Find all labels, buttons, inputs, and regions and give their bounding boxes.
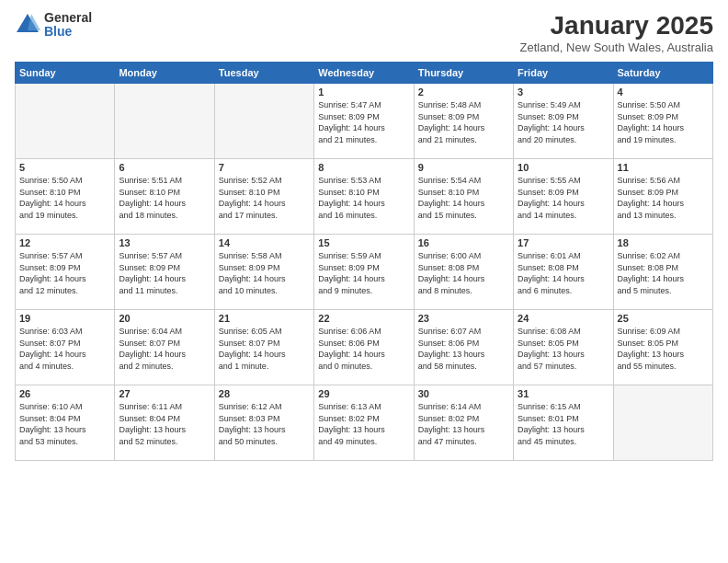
day-number: 8	[318, 162, 409, 173]
svg-marker-1	[28, 14, 40, 30]
calendar-cell: 29Sunrise: 6:13 AM Sunset: 8:02 PM Dayli…	[314, 385, 414, 461]
calendar-cell: 31Sunrise: 6:15 AM Sunset: 8:01 PM Dayli…	[514, 385, 613, 461]
calendar-cell	[115, 84, 214, 159]
day-info: Sunrise: 6:06 AM Sunset: 8:06 PM Dayligh…	[318, 326, 409, 372]
day-number: 27	[119, 388, 210, 399]
day-number: 11	[618, 162, 709, 173]
calendar-cell: 30Sunrise: 6:14 AM Sunset: 8:02 PM Dayli…	[414, 385, 513, 461]
day-number: 20	[119, 313, 210, 324]
calendar-cell: 19Sunrise: 6:03 AM Sunset: 8:07 PM Dayli…	[16, 310, 115, 385]
calendar-cell: 23Sunrise: 6:07 AM Sunset: 8:06 PM Dayli…	[414, 310, 513, 385]
day-number: 21	[219, 313, 310, 324]
calendar-cell: 17Sunrise: 6:01 AM Sunset: 8:08 PM Dayli…	[514, 235, 613, 310]
day-number: 24	[518, 313, 609, 324]
day-number: 18	[618, 237, 709, 248]
week-row-2: 12Sunrise: 5:57 AM Sunset: 8:09 PM Dayli…	[16, 235, 713, 310]
day-info: Sunrise: 5:54 AM Sunset: 8:10 PM Dayligh…	[418, 175, 509, 221]
calendar-subtitle: Zetland, New South Wales, Australia	[519, 40, 713, 54]
calendar-cell: 2Sunrise: 5:48 AM Sunset: 8:09 PM Daylig…	[414, 84, 513, 159]
day-info: Sunrise: 6:14 AM Sunset: 8:02 PM Dayligh…	[418, 401, 509, 447]
day-number: 16	[418, 237, 509, 248]
calendar-page: General Blue January 2025 Zetland, New S…	[0, 0, 728, 563]
calendar-cell: 9Sunrise: 5:54 AM Sunset: 8:10 PM Daylig…	[414, 159, 513, 235]
day-number: 10	[518, 162, 609, 173]
calendar-cell: 6Sunrise: 5:51 AM Sunset: 8:10 PM Daylig…	[115, 159, 214, 235]
day-number: 17	[518, 237, 609, 248]
calendar-title: January 2025	[519, 11, 713, 40]
day-info: Sunrise: 6:03 AM Sunset: 8:07 PM Dayligh…	[19, 326, 110, 372]
weekday-header-tuesday: Tuesday	[214, 63, 313, 84]
calendar-cell: 5Sunrise: 5:50 AM Sunset: 8:10 PM Daylig…	[16, 159, 115, 235]
day-info: Sunrise: 6:15 AM Sunset: 8:01 PM Dayligh…	[518, 401, 609, 447]
day-info: Sunrise: 6:00 AM Sunset: 8:08 PM Dayligh…	[418, 250, 509, 296]
day-info: Sunrise: 6:07 AM Sunset: 8:06 PM Dayligh…	[418, 326, 509, 372]
day-info: Sunrise: 5:56 AM Sunset: 8:09 PM Dayligh…	[618, 175, 709, 221]
calendar-cell: 15Sunrise: 5:59 AM Sunset: 8:09 PM Dayli…	[314, 235, 414, 310]
logo: General Blue	[15, 11, 92, 40]
day-info: Sunrise: 6:12 AM Sunset: 8:03 PM Dayligh…	[219, 401, 310, 447]
logo-blue-text: Blue	[44, 25, 92, 39]
day-info: Sunrise: 5:48 AM Sunset: 8:09 PM Dayligh…	[418, 99, 509, 145]
header: General Blue January 2025 Zetland, New S…	[15, 11, 713, 54]
day-number: 5	[19, 162, 110, 173]
calendar-cell: 1Sunrise: 5:47 AM Sunset: 8:09 PM Daylig…	[314, 84, 414, 159]
calendar-cell: 28Sunrise: 6:12 AM Sunset: 8:03 PM Dayli…	[214, 385, 313, 461]
day-number: 1	[318, 86, 409, 98]
weekday-header-row: SundayMondayTuesdayWednesdayThursdayFrid…	[16, 63, 713, 84]
calendar-cell	[214, 84, 313, 159]
calendar-cell	[16, 84, 115, 159]
logo-general-text: General	[44, 11, 92, 25]
day-number: 26	[19, 388, 110, 399]
calendar-cell: 20Sunrise: 6:04 AM Sunset: 8:07 PM Dayli…	[115, 310, 214, 385]
logo-icon	[15, 12, 40, 38]
day-info: Sunrise: 5:59 AM Sunset: 8:09 PM Dayligh…	[318, 250, 409, 296]
day-number: 19	[19, 313, 110, 324]
weekday-header-thursday: Thursday	[414, 63, 513, 84]
day-number: 29	[318, 388, 409, 399]
day-number: 30	[418, 388, 509, 399]
day-number: 4	[618, 86, 709, 98]
day-number: 31	[518, 388, 609, 399]
day-info: Sunrise: 6:10 AM Sunset: 8:04 PM Dayligh…	[19, 401, 110, 447]
calendar-cell: 22Sunrise: 6:06 AM Sunset: 8:06 PM Dayli…	[314, 310, 414, 385]
day-number: 12	[19, 237, 110, 248]
day-info: Sunrise: 5:51 AM Sunset: 8:10 PM Dayligh…	[119, 175, 210, 221]
calendar-cell: 14Sunrise: 5:58 AM Sunset: 8:09 PM Dayli…	[214, 235, 313, 310]
day-number: 13	[119, 237, 210, 248]
calendar-cell: 3Sunrise: 5:49 AM Sunset: 8:09 PM Daylig…	[514, 84, 613, 159]
day-number: 15	[318, 237, 409, 248]
day-info: Sunrise: 6:08 AM Sunset: 8:05 PM Dayligh…	[518, 326, 609, 372]
weekday-header-wednesday: Wednesday	[314, 63, 414, 84]
day-number: 6	[119, 162, 210, 173]
week-row-4: 26Sunrise: 6:10 AM Sunset: 8:04 PM Dayli…	[16, 385, 713, 461]
calendar-cell: 7Sunrise: 5:52 AM Sunset: 8:10 PM Daylig…	[214, 159, 313, 235]
day-number: 2	[418, 86, 509, 98]
day-info: Sunrise: 5:55 AM Sunset: 8:09 PM Dayligh…	[518, 175, 609, 221]
day-info: Sunrise: 6:01 AM Sunset: 8:08 PM Dayligh…	[518, 250, 609, 296]
day-number: 9	[418, 162, 509, 173]
day-info: Sunrise: 5:58 AM Sunset: 8:09 PM Dayligh…	[219, 250, 310, 296]
day-number: 3	[518, 86, 609, 98]
calendar-cell: 24Sunrise: 6:08 AM Sunset: 8:05 PM Dayli…	[514, 310, 613, 385]
calendar-cell: 21Sunrise: 6:05 AM Sunset: 8:07 PM Dayli…	[214, 310, 313, 385]
day-number: 14	[219, 237, 310, 248]
day-info: Sunrise: 5:47 AM Sunset: 8:09 PM Dayligh…	[318, 99, 409, 145]
weekday-header-friday: Friday	[514, 63, 613, 84]
day-info: Sunrise: 6:05 AM Sunset: 8:07 PM Dayligh…	[219, 326, 310, 372]
day-number: 7	[219, 162, 310, 173]
calendar-cell: 10Sunrise: 5:55 AM Sunset: 8:09 PM Dayli…	[514, 159, 613, 235]
calendar-cell: 4Sunrise: 5:50 AM Sunset: 8:09 PM Daylig…	[613, 84, 712, 159]
day-info: Sunrise: 6:09 AM Sunset: 8:05 PM Dayligh…	[618, 326, 709, 372]
weekday-header-saturday: Saturday	[613, 63, 712, 84]
logo-text: General Blue	[44, 11, 92, 40]
day-number: 28	[219, 388, 310, 399]
day-info: Sunrise: 5:49 AM Sunset: 8:09 PM Dayligh…	[518, 99, 609, 145]
day-info: Sunrise: 5:52 AM Sunset: 8:10 PM Dayligh…	[219, 175, 310, 221]
day-info: Sunrise: 5:57 AM Sunset: 8:09 PM Dayligh…	[19, 250, 110, 296]
day-info: Sunrise: 5:53 AM Sunset: 8:10 PM Dayligh…	[318, 175, 409, 221]
calendar-cell: 18Sunrise: 6:02 AM Sunset: 8:08 PM Dayli…	[613, 235, 712, 310]
day-info: Sunrise: 5:50 AM Sunset: 8:09 PM Dayligh…	[618, 99, 709, 145]
calendar-cell: 11Sunrise: 5:56 AM Sunset: 8:09 PM Dayli…	[613, 159, 712, 235]
week-row-3: 19Sunrise: 6:03 AM Sunset: 8:07 PM Dayli…	[16, 310, 713, 385]
calendar-table: SundayMondayTuesdayWednesdayThursdayFrid…	[15, 62, 713, 461]
